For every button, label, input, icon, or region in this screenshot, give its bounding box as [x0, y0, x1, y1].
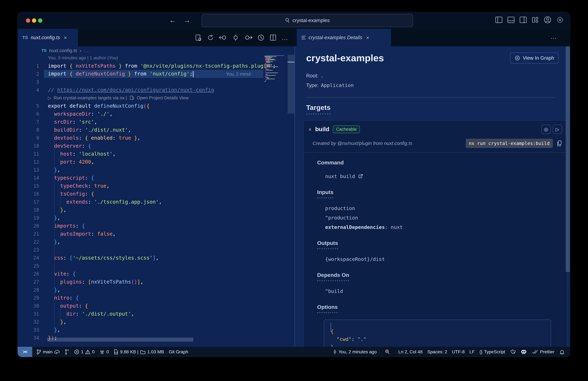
git-graph-branch-item[interactable] — [64, 349, 69, 355]
remote-indicator[interactable]: >< — [18, 347, 32, 357]
code-row[interactable]: 30 output: { — [18, 302, 263, 310]
refresh-icon[interactable] — [207, 34, 214, 41]
settings-gear-icon[interactable] — [556, 16, 564, 24]
code-row[interactable]: You, 3 minutes ago | 1 author (You) — [18, 55, 263, 62]
zoom-window-button[interactable] — [38, 18, 42, 23]
code-row[interactable]: 25 — [18, 262, 263, 270]
open-changes-icon[interactable] — [195, 34, 202, 41]
collapse-chevron-icon[interactable]: ∧ — [308, 127, 312, 132]
code-row[interactable]: 14 typescript: { — [18, 174, 263, 182]
git-graph-item[interactable]: Git Graph — [169, 349, 188, 355]
code-row[interactable]: 6 workspaceDir: './', — [18, 110, 263, 118]
code-row[interactable]: 20 imports: { — [18, 222, 263, 230]
search-icon — [285, 18, 290, 23]
code-row[interactable]: 12 port: 4200, — [18, 158, 263, 166]
navigate-back-icon[interactable] — [219, 34, 227, 41]
code-row[interactable]: 1import { nxViteTsPaths } from '@nx/vite… — [18, 62, 263, 70]
code-row[interactable]: 7 srcDir: 'src', — [18, 118, 263, 126]
panel-scrollbar[interactable] — [566, 46, 570, 272]
breadcrumb-file[interactable]: nuxt.config.ts — [49, 48, 77, 53]
code-row[interactable]: 33 }, — [18, 326, 263, 334]
tab-project-details[interactable]: crystal-examples Details × — [297, 29, 391, 46]
navigate-forward-icon[interactable] — [244, 34, 252, 41]
navigate-position-icon[interactable] — [232, 34, 239, 41]
prettier-item[interactable]: Prettier — [532, 349, 554, 355]
code-row[interactable]: 26 vite: { — [18, 270, 263, 278]
split-editor-icon[interactable] — [269, 34, 277, 41]
code-row[interactable]: 2import { defineNuxtConfig } from 'nuxt/… — [18, 70, 263, 78]
zoom-item[interactable] — [381, 347, 394, 357]
code-row[interactable]: 27 plugins: [nxViteTsPaths()], — [18, 278, 263, 286]
toggle-secondary-sidebar-icon[interactable] — [519, 16, 527, 24]
back-icon[interactable]: ← — [168, 16, 177, 24]
targets-heading: Targets — [306, 104, 330, 114]
timeline-icon[interactable] — [257, 34, 265, 41]
problems-item[interactable]: 1 0 — [74, 349, 95, 355]
toggle-primary-sidebar-icon[interactable] — [495, 16, 503, 24]
code-row[interactable]: 5export default defineNuxtConfig({ — [18, 102, 263, 110]
account-icon[interactable] — [543, 16, 552, 24]
code-row[interactable]: 19 }, — [18, 214, 263, 222]
code-row[interactable]: 10 devServer: { — [18, 142, 263, 150]
code-row[interactable]: 17 extends: './tsconfig.app.json', — [18, 198, 263, 206]
breadcrumb[interactable]: TS nuxt.config.ts › … — [18, 46, 295, 55]
minimize-window-button[interactable] — [32, 18, 36, 23]
code-row[interactable]: 15 typeCheck: true, — [18, 182, 263, 190]
view-in-graph-button[interactable]: View In Graph — [510, 53, 559, 64]
code-row[interactable]: 31 dir: './dist/.output', — [18, 310, 263, 318]
code-row[interactable]: 22 }, — [18, 238, 263, 246]
minimap[interactable] — [264, 55, 288, 82]
code-row[interactable]: 4// https://nuxt.com/docs/api/configurat… — [18, 86, 263, 94]
codelens[interactable]: ▷Run crystal-examples targets via nx |Op… — [48, 95, 189, 101]
close-tab-icon[interactable]: × — [366, 35, 369, 41]
file-size-item[interactable]: 9.88 KB | 1.03 MB — [114, 349, 164, 355]
eol-item[interactable]: LF — [469, 349, 475, 355]
run-target-button[interactable]: ▷ — [553, 125, 562, 134]
code-row[interactable]: 13 }, — [18, 166, 263, 174]
code-row[interactable]: ▷Run crystal-examples targets via nx |Op… — [18, 94, 263, 102]
code-lines[interactable]: You, 3 minutes ago | 1 author (You)1impo… — [18, 55, 263, 342]
cursor-position-item[interactable]: Ln 2, Col 48 — [398, 349, 422, 355]
view-target-in-graph-button[interactable]: ◎ — [541, 125, 551, 134]
gitmoji-item[interactable] — [510, 349, 516, 355]
outputs-value: {workspaceRoot}/dist — [325, 256, 562, 262]
ports-item[interactable]: 0 — [99, 349, 109, 355]
copilot-item[interactable] — [521, 349, 527, 355]
language-mode-item[interactable]: {}TypeScript — [480, 349, 505, 355]
more-actions-icon[interactable]: … — [550, 33, 557, 40]
code-row[interactable]: 21 autoImport: false, — [18, 230, 263, 238]
breadcrumb-symbol[interactable]: … — [84, 48, 89, 53]
git-branch-item[interactable]: main — [36, 349, 60, 355]
notifications-item[interactable] — [559, 349, 565, 355]
customize-layout-icon[interactable] — [531, 16, 539, 24]
toggle-panel-icon[interactable] — [507, 16, 515, 24]
code-editor[interactable]: You, 3 minutes ago | 1 author (You)1impo… — [18, 55, 295, 347]
close-window-button[interactable] — [26, 18, 30, 23]
code-row[interactable]: 3 — [18, 78, 263, 86]
options-json-editor[interactable]: { "cwd": "." } — [324, 320, 551, 347]
code-row[interactable]: 18 }, — [18, 206, 263, 214]
code-row[interactable]: 29 nitro: { — [18, 294, 263, 302]
command-center-search[interactable]: crystal-examples — [202, 14, 413, 27]
editor-horizontal-scrollbar[interactable] — [47, 338, 193, 342]
line-number: 31 — [18, 311, 39, 317]
run-command-chip[interactable]: nx run crystal-examples:build — [466, 139, 553, 148]
editor-vertical-scrollbar[interactable] — [288, 55, 294, 113]
close-tab-icon[interactable]: × — [64, 35, 67, 41]
indentation-item[interactable]: Spaces: 2 — [427, 349, 447, 355]
code-row[interactable]: 16 tsConfig: { — [18, 190, 263, 198]
code-row[interactable]: 8 buildDir: './dist/.nuxt', — [18, 126, 263, 134]
code-row[interactable]: 32 }, — [18, 318, 263, 326]
tab-nuxt-config[interactable]: TS nuxt.config.ts × — [18, 29, 78, 46]
blame-item[interactable]: You, 2 minutes ago — [333, 349, 377, 355]
more-actions-icon[interactable]: … — [282, 34, 288, 41]
code-row[interactable]: 28 }, — [18, 286, 263, 294]
code-row[interactable]: 11 host: 'localhost', — [18, 150, 263, 158]
code-row[interactable]: 24 css: ['~/assets/css/styles.scss'], — [18, 254, 263, 262]
external-link-icon[interactable] — [358, 174, 363, 179]
encoding-item[interactable]: UTF-8 — [452, 349, 465, 355]
code-row[interactable]: 23 — [18, 246, 263, 254]
code-row[interactable]: 9 devtools: { enabled: true }, — [18, 134, 263, 142]
forward-icon[interactable]: → — [182, 16, 192, 24]
copy-icon[interactable] — [557, 140, 562, 147]
